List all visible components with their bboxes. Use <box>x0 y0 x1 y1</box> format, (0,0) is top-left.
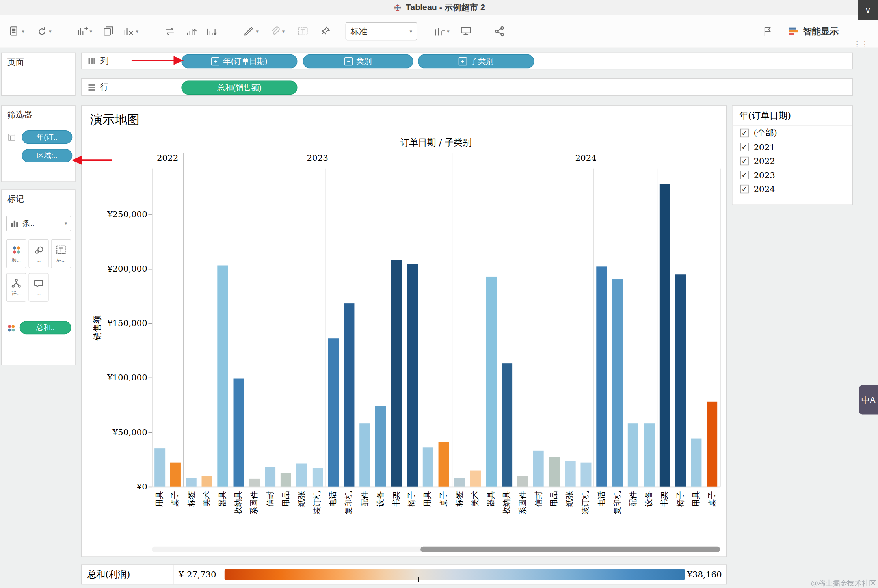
pill-sum-sales[interactable]: 总和(销售额) <box>181 81 297 95</box>
undo-button[interactable]: ▾ <box>34 21 53 42</box>
bar-复印机[interactable] <box>344 303 354 487</box>
sort-descending-button[interactable] <box>204 21 219 42</box>
bar-配件[interactable] <box>359 423 370 487</box>
panel-drag-handle[interactable]: ⋮⋮ <box>853 40 869 48</box>
y-tick-label: ¥250,000 <box>94 209 147 220</box>
data-source-button[interactable]: ▾ <box>7 21 26 42</box>
pill-category[interactable]: − 类别 <box>303 54 413 69</box>
y-tick-mark <box>149 378 152 378</box>
bar-书架[interactable] <box>391 260 402 486</box>
x-axis-label: 设备 <box>376 491 386 536</box>
checkbox-checked-icon[interactable]: ✓ <box>740 171 748 179</box>
bar-收纳具[interactable] <box>233 379 244 487</box>
highlight-button[interactable]: ▾ <box>241 21 260 42</box>
bar-桌子[interactable] <box>707 402 718 487</box>
paperclip-icon <box>269 25 281 37</box>
expand-icon[interactable]: + <box>458 57 467 65</box>
bar-用具[interactable] <box>154 448 165 487</box>
show-me-button[interactable]: 智能显示 <box>788 26 839 37</box>
bar-设备[interactable] <box>644 423 654 487</box>
group-members-button[interactable]: ▾ <box>267 21 286 42</box>
pill-year-order-date[interactable]: + 年(订单日期) <box>181 54 297 69</box>
checkbox-checked-icon[interactable]: ✓ <box>740 185 748 193</box>
bar-用具[interactable] <box>422 447 433 486</box>
bar-纸张[interactable] <box>296 464 307 487</box>
annotation-arrow-to-region-pill <box>71 154 113 166</box>
bar-美术[interactable] <box>470 471 481 487</box>
bar-装订机[interactable] <box>312 468 323 487</box>
collapse-icon[interactable]: − <box>344 57 353 65</box>
bar-设备[interactable] <box>375 406 386 487</box>
filter-option-2021[interactable]: ✓ 2021 <box>733 140 852 154</box>
tooltip-mode-button[interactable] <box>760 21 776 42</box>
filter-option-2022[interactable]: ✓ 2022 <box>733 154 852 168</box>
bar-桌子[interactable] <box>439 442 449 487</box>
share-button[interactable] <box>491 21 507 42</box>
color-button[interactable]: 颜... <box>6 239 26 268</box>
bar-装订机[interactable] <box>580 463 591 487</box>
mark-type-selector[interactable]: 条.. ▾ <box>6 216 71 231</box>
expand-icon[interactable]: + <box>211 57 219 65</box>
marks-color-pill[interactable]: 总和.. <box>20 321 71 334</box>
x-axis-label: 系固件 <box>518 491 528 536</box>
bar-标签[interactable] <box>454 478 465 487</box>
show-axis-labels-button[interactable]: ▾ <box>432 21 451 42</box>
x-axis-label: 用品 <box>549 491 560 536</box>
bar-椅子[interactable] <box>407 264 417 487</box>
bar-桌子[interactable] <box>170 463 181 487</box>
window-collapse-button[interactable]: ∨ <box>858 0 878 20</box>
x-axis-label: 装订机 <box>313 491 323 536</box>
bar-电话[interactable] <box>328 338 339 487</box>
bar-复印机[interactable] <box>612 279 623 487</box>
filter-option-2023[interactable]: ✓ 2023 <box>733 168 852 182</box>
checkbox-checked-icon[interactable]: ✓ <box>740 143 748 151</box>
bar-用品[interactable] <box>281 473 291 487</box>
bar-器具[interactable] <box>218 266 228 487</box>
bar-信封[interactable] <box>265 467 275 487</box>
filter-pill-region[interactable]: 区域:.. <box>22 149 72 162</box>
presentation-mode-button[interactable] <box>458 21 474 42</box>
x-axis-label: 美术 <box>202 491 212 536</box>
swap-axes-icon <box>164 25 177 37</box>
scrollbar-thumb[interactable] <box>420 547 720 552</box>
detail-button[interactable]: 详... <box>6 273 26 302</box>
filter-option-all[interactable]: ✓ (全部) <box>733 126 852 140</box>
bar-标签[interactable] <box>186 478 197 487</box>
bar-收纳具[interactable] <box>502 363 512 487</box>
chevron-down-icon: ▾ <box>22 28 24 34</box>
bar-书架[interactable] <box>659 184 670 487</box>
horizontal-scrollbar[interactable] <box>152 547 720 552</box>
new-worksheet-button[interactable]: ▾ <box>74 21 94 42</box>
bar-用品[interactable] <box>549 457 560 486</box>
bar-配件[interactable] <box>628 423 638 487</box>
chevron-down-icon: ▾ <box>89 28 92 34</box>
checkbox-checked-icon[interactable]: ✓ <box>740 129 748 137</box>
bar-系固件[interactable] <box>517 476 528 487</box>
filter-pill-year[interactable]: 年(订.. <box>22 130 72 144</box>
checkbox-checked-icon[interactable]: ✓ <box>740 157 748 165</box>
filter-option-2024[interactable]: ✓ 2024 <box>733 182 852 196</box>
label-button[interactable]: 标... <box>51 239 71 268</box>
size-button[interactable]: ... <box>28 239 48 268</box>
clear-sheet-button[interactable]: ▾ <box>121 21 140 42</box>
fit-selector[interactable]: 标准 ▾ <box>346 22 417 40</box>
sort-ascending-button[interactable] <box>184 21 199 42</box>
show-mark-labels-button[interactable] <box>295 21 311 42</box>
bar-纸张[interactable] <box>565 461 575 487</box>
bar-椅子[interactable] <box>675 274 686 487</box>
year-separator <box>452 153 452 487</box>
bar-器具[interactable] <box>486 277 497 487</box>
bar-信封[interactable] <box>533 451 544 487</box>
bar-用具[interactable] <box>691 439 702 487</box>
pill-subcategory[interactable]: + 子类别 <box>418 54 534 69</box>
bar-美术[interactable] <box>202 476 212 487</box>
bar-电话[interactable] <box>596 266 607 486</box>
columns-icon <box>87 56 97 65</box>
swap-axes-button[interactable] <box>162 21 178 42</box>
bar-系固件[interactable] <box>249 479 260 487</box>
fix-axes-button[interactable] <box>318 21 333 42</box>
worksheet-icon <box>7 133 16 142</box>
x-axis-label: 桌子 <box>439 491 449 536</box>
tooltip-button[interactable]: ... <box>28 273 48 302</box>
duplicate-sheet-button[interactable] <box>100 21 116 42</box>
